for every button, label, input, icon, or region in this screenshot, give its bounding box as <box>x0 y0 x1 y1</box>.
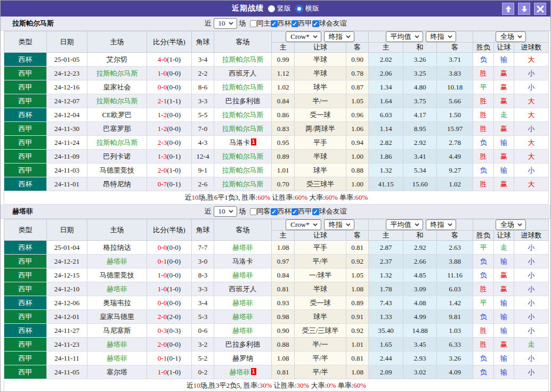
avg-odds: 8.95 <box>403 122 437 136</box>
match-count-select[interactable]: 10 <box>214 18 237 29</box>
league-label: 西杯 <box>278 19 291 28</box>
avg-odds: 4.49 <box>437 150 473 164</box>
league-checkbox-xibei[interactable]: ✓ <box>271 20 278 27</box>
close-button[interactable] <box>534 3 546 15</box>
score: 0-1(0-0) <box>147 255 192 268</box>
score: 0-1(0-1) <box>147 352 192 365</box>
handicap-odds: 0.81 <box>346 241 369 255</box>
avg-odds: 2.78 <box>437 136 473 150</box>
handicap-odds: 0.90 <box>272 324 295 338</box>
score: 1-0(0-0) <box>147 67 192 80</box>
match-row: 西甲24-11-23赫塔菲2-0(0-0)3-2巴拉多利德0.88半/一1.01… <box>4 338 549 352</box>
team-name: 拉斯帕尔马斯 <box>222 111 264 119</box>
home-team: CE欧罗巴 <box>87 108 147 122</box>
handicap-odds: 1.12 <box>272 67 295 80</box>
filter-bar: 近10场同客✓西杯✓西甲✓球会友谊 <box>205 206 347 217</box>
corners: 5-5 <box>192 108 214 122</box>
avg-time-select[interactable]: 终指 <box>426 219 456 230</box>
same-venue-checkbox[interactable] <box>250 208 257 215</box>
radio-horizontal-icon[interactable] <box>295 5 303 13</box>
move-up-button[interactable] <box>502 3 514 15</box>
team-name: 拉斯帕尔马斯 <box>222 180 264 188</box>
result-flag: 小 <box>514 164 549 177</box>
scope-select[interactable]: 全场 <box>496 219 526 230</box>
team-name: 赫塔菲 <box>107 340 127 348</box>
handicap-line: 半球 <box>295 67 346 80</box>
score: 1-2(0-0) <box>147 108 192 122</box>
match-date: 24-12-01 <box>47 310 87 324</box>
result-flag: 大 <box>514 177 549 191</box>
home-team: 巴塞罗那 <box>87 122 147 136</box>
corners: 9-1 <box>192 164 214 177</box>
avg-source-select[interactable]: 平均值 <box>386 31 423 42</box>
league-type: 西甲 <box>4 150 47 164</box>
match-row: 西杯24-12-04CE欧罗巴1-2(0-0)5-5拉斯帕尔马斯0.86受一球0… <box>4 108 549 122</box>
league-checkbox-xijia[interactable]: ✓ <box>291 20 298 27</box>
summary-row: 近10场,胜6平1负3, 胜率:60% 让胜率:60% 大率:60% 单率:60… <box>4 191 549 205</box>
col-subheader: 主 <box>272 231 295 241</box>
match-date: 24-12-07 <box>47 94 87 108</box>
result-flag: 平 <box>473 80 494 94</box>
result-flag: 大 <box>514 150 549 164</box>
match-row: 西甲24-12-15马德里竞技1-0(0-0)8-3赫塔菲0.84一/球半1.0… <box>4 268 549 282</box>
match-date: 24-11-03 <box>47 164 87 177</box>
match-row: 西杯24-11-01昂特尼纳0-7(0-1)2-6拉斯帕尔马斯0.70受三球半1… <box>4 177 549 191</box>
league-type: 西甲 <box>4 282 47 296</box>
team-name: 格拉纳达 <box>103 243 131 251</box>
handicap-line: 平手 <box>295 136 346 150</box>
match-row: 西甲24-11-11赫塔菲0-1(0-1)5-2赫罗纳1.08平/半0.812.… <box>4 352 549 365</box>
handicap-odds: 0.92 <box>346 255 369 268</box>
avg-odds: 1.78 <box>369 282 403 296</box>
handicap-odds: 1.00 <box>346 150 369 164</box>
handicap-odds: 0.87 <box>346 80 369 94</box>
league-checkbox-xibei[interactable]: ✓ <box>271 208 278 215</box>
avg-odds: 1.65 <box>369 338 403 352</box>
handicap-line: 受一球 <box>295 108 346 122</box>
handicap-odds: 1.00 <box>346 177 369 191</box>
score: 1-0(1-0) <box>147 282 192 296</box>
match-date: 25-01-05 <box>47 53 87 67</box>
odds-time-select[interactable]: 终指 <box>324 31 354 42</box>
team-title: 拉斯帕尔马斯 <box>12 19 54 28</box>
odds-source-select[interactable]: Crow* <box>286 219 321 230</box>
league-checkbox-friendly[interactable]: ✓ <box>312 20 319 27</box>
radio-vertical-icon[interactable] <box>268 5 275 12</box>
avg-odds: 4.09 <box>437 365 473 379</box>
match-row: 西甲24-12-16皇家社会0-0(0-0)8-6拉斯帕尔马斯1.02球半0.8… <box>4 80 549 94</box>
down-arrow-icon <box>521 5 528 13</box>
league-checkbox-friendly[interactable]: ✓ <box>312 208 319 215</box>
col-header: 客场 <box>214 31 272 53</box>
league-checkbox-xijia[interactable]: ✓ <box>291 208 298 215</box>
section-bar: 赫塔菲近10场同客✓西杯✓西甲✓球会友谊 <box>1 205 550 219</box>
score: 2-1(1-1) <box>147 94 192 108</box>
handicap-odds: 0.78 <box>346 67 369 80</box>
score: 1-0(0-0) <box>147 268 192 282</box>
avg-odds: 5.34 <box>403 164 437 177</box>
handicap-line: 球半 <box>295 164 346 177</box>
odds-source-select[interactable]: Crow* <box>286 31 321 42</box>
team-name: 拉斯帕尔马斯 <box>96 97 138 105</box>
match-count-select[interactable]: 10 <box>214 206 237 217</box>
radio-horizontal[interactable]: 横版 <box>295 4 319 13</box>
handicap-line: 受三球半 <box>295 177 346 191</box>
same-venue-checkbox[interactable] <box>250 20 257 27</box>
league-type: 西杯 <box>4 108 47 122</box>
handicap-odds: 0.90 <box>346 53 369 67</box>
chevron-down-icon <box>517 35 522 38</box>
move-down-button[interactable] <box>518 3 530 15</box>
result-flag: 赢 <box>494 122 514 136</box>
corners: 2-2 <box>192 67 214 80</box>
avg-source-select[interactable]: 平均值 <box>386 219 423 230</box>
odds-time-select[interactable]: 终指 <box>324 219 354 230</box>
away-team: 拉斯帕尔马斯 <box>214 122 272 136</box>
result-flag: 负 <box>473 310 494 324</box>
score: 1-3(0-1) <box>147 150 192 164</box>
result-flag: 胜 <box>473 94 494 108</box>
avg-time-select[interactable]: 终指 <box>426 31 456 42</box>
result-flag: 走 <box>494 241 514 255</box>
avg-odds: 15.97 <box>437 122 473 136</box>
scope-select[interactable]: 全场 <box>496 31 526 42</box>
radio-vertical[interactable]: 竖版 <box>268 4 291 13</box>
result-flag: 小 <box>514 296 549 310</box>
league-type: 西甲 <box>4 352 47 365</box>
